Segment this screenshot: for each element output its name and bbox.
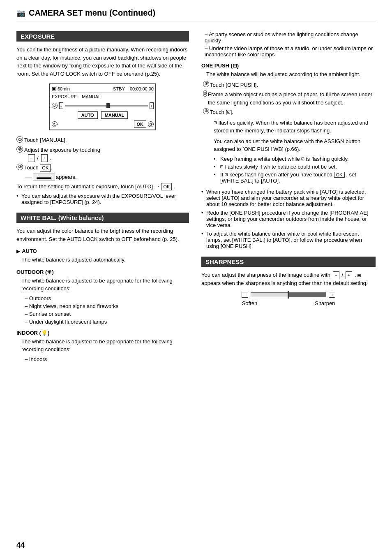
step1-circle: ① bbox=[16, 136, 23, 143]
outdoor-subsection: OUTDOOR (☀) bbox=[16, 269, 189, 275]
display-slider-row: ② − + bbox=[52, 102, 154, 109]
display-bottom-row: ① OK ③ bbox=[52, 120, 154, 128]
auto-subsection: AUTO bbox=[16, 248, 189, 254]
manual-button[interactable]: MANUAL bbox=[101, 111, 128, 119]
camera-icon: 📷 bbox=[16, 9, 25, 18]
sharpness-bar: − + bbox=[201, 291, 376, 299]
flash-icon: ⊡ bbox=[214, 120, 217, 126]
page-header: 📷 CAMERA SET menu (Continued) bbox=[16, 8, 376, 21]
indoor-items-list: Indoors bbox=[16, 356, 189, 362]
op-step1-circle: ① bbox=[203, 81, 209, 87]
dash-symbol: — bbox=[25, 174, 32, 181]
slider-track bbox=[65, 105, 148, 107]
one-push-step2: ② Frame a white object such as a piece o… bbox=[201, 90, 376, 107]
one-push-section: ONE PUSH (⊡) The white balance will be a… bbox=[201, 63, 376, 184]
ok-button-display[interactable]: OK bbox=[134, 120, 147, 128]
white-bal-section-header: WHITE BAL. (White balance) bbox=[16, 213, 189, 223]
soften-label: Soften bbox=[242, 300, 258, 306]
continued-condition-0: At party scenes or studios where the lig… bbox=[201, 31, 376, 44]
exposure-note: You can also adjust the exposure with th… bbox=[16, 193, 189, 205]
indoor-subsection: INDOOR (💡) bbox=[16, 330, 189, 336]
right-column: At party scenes or studios where the lig… bbox=[201, 31, 376, 364]
circle-2-label: ② bbox=[52, 103, 58, 109]
main-content: EXPOSURE You can fix the brightness of a… bbox=[16, 31, 376, 364]
sharp-minus-btn[interactable]: − bbox=[333, 271, 339, 279]
outdoor-item-1: Night views, neon signs and fireworks bbox=[21, 303, 189, 309]
white-bal-body: You can adjust the color balance to the … bbox=[16, 227, 189, 243]
keep-framing-bullet: Keep framing a white object while ⊡ is f… bbox=[214, 156, 376, 162]
circle-1-label: ① bbox=[52, 121, 58, 127]
step3-circle: ③ bbox=[16, 164, 23, 170]
plus-slider-box: + bbox=[150, 102, 154, 109]
exposure-indicator: ▬▬▬ bbox=[33, 174, 55, 181]
indoor-desc: The white balance is adjusted to be appr… bbox=[16, 338, 189, 354]
flashes-slowly-bullet: ⊡ flashes slowly if white balance could … bbox=[214, 164, 376, 170]
minus-button-step[interactable]: − bbox=[28, 154, 35, 162]
display-time: 60min bbox=[58, 86, 70, 91]
sharpness-labels: Soften Sharpen bbox=[201, 300, 376, 306]
sharp-side-track bbox=[289, 292, 326, 297]
flash-icon-text: ⊡ flashes quickly. When the white balanc… bbox=[214, 119, 376, 135]
op-step3-circle: ③ bbox=[203, 108, 209, 114]
return-text: To return the setting to automatic expos… bbox=[16, 183, 189, 191]
sharpness-section-header: SHARPNESS bbox=[201, 257, 376, 267]
slider-thumb bbox=[106, 103, 110, 108]
sharpen-label: Sharpen bbox=[315, 300, 335, 306]
cassette-icon: ▣ bbox=[52, 86, 56, 91]
one-push-desc: The white balance will be adjusted accor… bbox=[201, 70, 376, 79]
one-push-step1: ① Touch [ONE PUSH]. bbox=[201, 81, 376, 89]
sharp-bar-minus[interactable]: − bbox=[242, 292, 248, 298]
right-bullets: When you have changed the battery pack w… bbox=[201, 189, 376, 249]
exposure-step3: ③ Touch OK. bbox=[16, 164, 189, 172]
page-number: 44 bbox=[16, 541, 25, 550]
ok-return[interactable]: OK bbox=[161, 183, 172, 191]
step2-circle: ② bbox=[16, 146, 23, 153]
plus-button-step[interactable]: + bbox=[41, 154, 48, 162]
outdoor-desc: The white balance is adjusted to be appr… bbox=[16, 277, 189, 293]
soft-side-track bbox=[251, 292, 288, 297]
page-title: CAMERA SET menu (Continued) bbox=[29, 8, 155, 18]
display-exposure-row: EXPOSURE: MANUAL bbox=[52, 93, 154, 100]
outdoor-items-list: Outdoors Night views, neon signs and fir… bbox=[16, 295, 189, 325]
exposure-body: You can fix the brightness of a picture … bbox=[16, 46, 189, 78]
circle-3-label: ③ bbox=[148, 121, 154, 127]
exposure-step2: ② Adjust the exposure by touching − / + … bbox=[16, 146, 189, 162]
auto-button[interactable]: AUTO bbox=[78, 111, 98, 119]
white-bal-section: WHITE BAL. (White balance) You can adjus… bbox=[16, 213, 189, 362]
page: 📷 CAMERA SET menu (Continued) EXPOSURE Y… bbox=[0, 0, 392, 558]
bullet-0: When you have changed the battery pack w… bbox=[201, 189, 376, 207]
continued-condition-1: Under the video lamps of those at a stud… bbox=[201, 45, 376, 58]
keeps-flashing-bullet: If ⊡ keeps flashing even after you have … bbox=[214, 171, 376, 184]
flashes-slowly-icon: ⊡ bbox=[220, 164, 224, 170]
sharpness-section: SHARPNESS You can adjust the sharpness o… bbox=[201, 257, 376, 306]
keeps-flashing-icon: ⊡ bbox=[225, 171, 228, 178]
one-push-subsection-title: ONE PUSH (⊡) bbox=[201, 63, 376, 69]
exposure-section: EXPOSURE You can fix the brightness of a… bbox=[16, 31, 189, 205]
sharp-track-container bbox=[251, 291, 326, 299]
flash-desc-block: ⊡ flashes quickly. When the white balanc… bbox=[201, 119, 376, 184]
indoor-item-0: Indoors bbox=[21, 356, 189, 362]
exposure-step1: ① Touch [MANUAL]. bbox=[16, 136, 189, 144]
appears-line: — ▬▬▬ appears. bbox=[25, 174, 189, 181]
one-push-icon-step3: ⊡ bbox=[227, 109, 231, 115]
sharp-bar-plus[interactable]: + bbox=[329, 292, 335, 298]
exposure-section-header: EXPOSURE bbox=[16, 31, 189, 42]
outdoor-item-0: Outdoors bbox=[21, 295, 189, 301]
ok-keeps-flashing[interactable]: OK bbox=[334, 172, 345, 178]
left-column: EXPOSURE You can fix the brightness of a… bbox=[16, 31, 189, 364]
op-step2-circle: ② bbox=[203, 90, 207, 97]
sharp-plus-btn[interactable]: + bbox=[346, 271, 352, 279]
ok-inline-step3[interactable]: OK bbox=[40, 164, 51, 172]
outdoor-item-3: Under daylight fluorescent lamps bbox=[21, 319, 189, 325]
keep-framing-icon: ⊡ bbox=[301, 156, 304, 162]
auto-desc: The white balance is adjusted automatica… bbox=[16, 256, 189, 264]
display-stby: STBY 00:00:00:00 bbox=[113, 86, 154, 91]
assign-note: You can also adjust the white balance wi… bbox=[214, 137, 376, 153]
outdoor-item-2: Sunrise or sunset bbox=[21, 311, 189, 317]
display-top-row: ▣ 60min STBY 00:00:00:00 bbox=[52, 86, 154, 93]
camera-display-diagram: ▣ 60min STBY 00:00:00:00 EXPOSURE: MANUA… bbox=[49, 83, 156, 130]
bullet-1: Redo the [ONE PUSH] procedure if you cha… bbox=[201, 210, 376, 228]
display-btn-row: AUTO MANUAL bbox=[52, 111, 154, 119]
sharpness-icon: ▣ bbox=[357, 272, 361, 278]
minus-slider-box: − bbox=[59, 102, 63, 109]
